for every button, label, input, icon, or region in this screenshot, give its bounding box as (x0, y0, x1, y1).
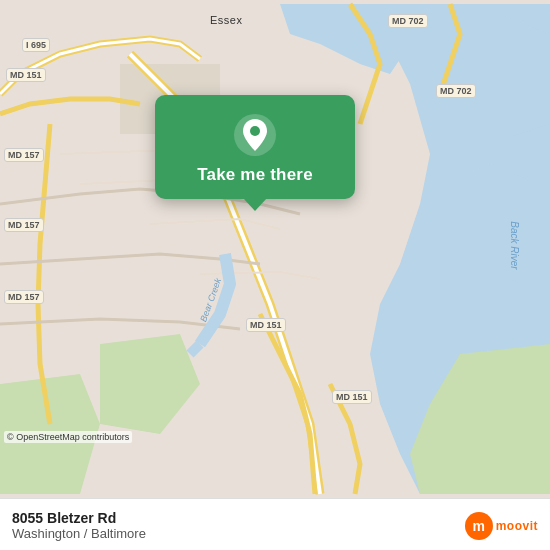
svg-point-3 (250, 126, 260, 136)
road-label-md157-1: MD 157 (4, 148, 44, 162)
road-label-md151-2: MD 151 (246, 318, 286, 332)
map-svg (0, 0, 550, 498)
road-label-i695: I 695 (22, 38, 50, 52)
moovit-logo: m moovit (465, 512, 538, 540)
bottom-bar: 8055 Bletzer Rd Washington / Baltimore m… (0, 498, 550, 550)
osm-attribution: © OpenStreetMap contributors (4, 431, 132, 443)
address-info: 8055 Bletzer Rd Washington / Baltimore (12, 510, 146, 541)
app: Essex I 695 MD 151 MD 157 MD 157 MD 157 … (0, 0, 550, 550)
city-line: Washington / Baltimore (12, 526, 146, 541)
address-line: 8055 Bletzer Rd (12, 510, 146, 526)
location-pin-icon (233, 113, 277, 157)
road-label-md702-2: MD 702 (436, 84, 476, 98)
road-label-md151-3: MD 151 (332, 390, 372, 404)
moovit-logo-circle: m (465, 512, 493, 540)
road-label-md151-1: MD 151 (6, 68, 46, 82)
water-label-back-river: Back River (509, 221, 520, 269)
road-label-md702-1: MD 702 (388, 14, 428, 28)
town-label-essex: Essex (210, 14, 242, 26)
road-label-md157-2: MD 157 (4, 218, 44, 232)
popup-card[interactable]: Take me there (155, 95, 355, 199)
moovit-logo-text: moovit (496, 519, 538, 533)
take-me-there-button[interactable]: Take me there (197, 165, 313, 185)
map-container: Essex I 695 MD 151 MD 157 MD 157 MD 157 … (0, 0, 550, 498)
road-label-md157-3: MD 157 (4, 290, 44, 304)
